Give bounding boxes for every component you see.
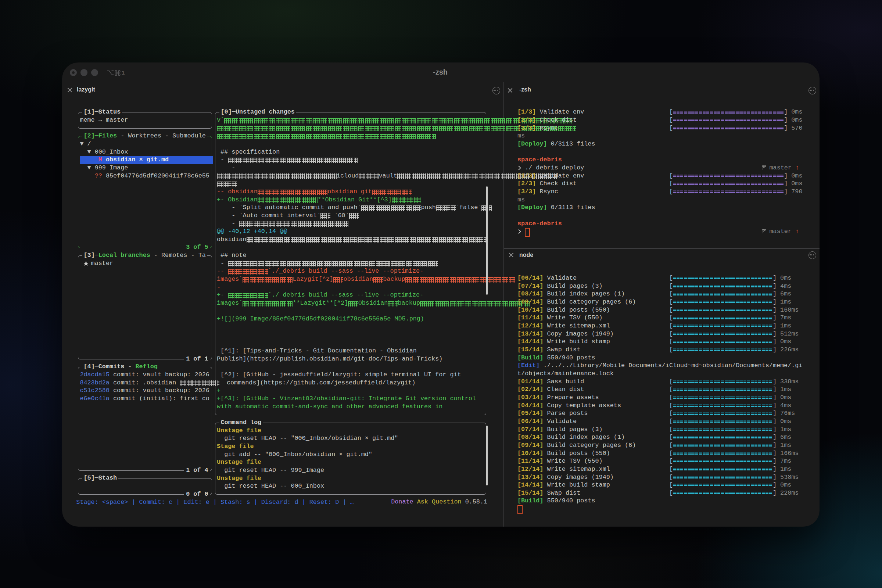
svg-text:1: 1 — [122, 69, 124, 76]
